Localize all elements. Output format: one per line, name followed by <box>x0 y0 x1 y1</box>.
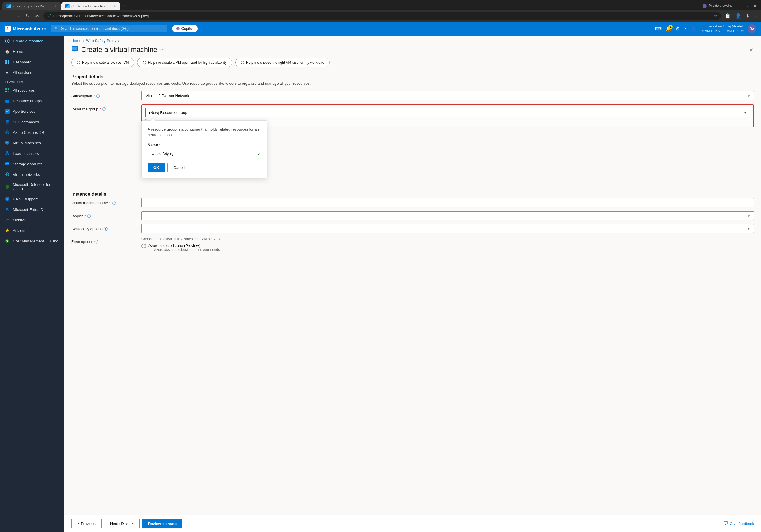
popup-description: A resource group is a container that hol… <box>147 127 261 138</box>
menu-icon[interactable]: ≡ <box>753 12 758 20</box>
azure-selected-zone-option[interactable]: Azure-selected zone (Preview) Let Azure … <box>142 243 754 252</box>
minimize-button[interactable]: ─ <box>733 4 741 9</box>
quick-action-low-cost[interactable]: ⬡ Help me create a low cost VM <box>71 58 134 67</box>
cosmos-db-label: Azure Cosmos DB <box>13 130 44 135</box>
sidebar-item-help-support[interactable]: ? Help + support <box>0 194 64 204</box>
new-tab-button[interactable]: + <box>120 2 128 10</box>
sidebar-item-monitor[interactable]: Monitor <box>0 215 64 225</box>
maximize-button[interactable]: ▭ <box>742 4 750 9</box>
zone-options-label-text: Zone options ⓘ <box>71 237 142 244</box>
tab-close-1[interactable]: × <box>55 4 57 8</box>
svg-rect-23 <box>5 162 9 165</box>
popup-ok-button[interactable]: OK <box>147 163 165 172</box>
previous-button[interactable]: < Previous <box>71 519 102 528</box>
zone-options-info-icon[interactable]: ⓘ <box>94 239 98 244</box>
cost-management-icon: $ <box>5 239 10 244</box>
svg-point-32 <box>6 208 8 209</box>
close-button[interactable]: × <box>748 45 754 54</box>
azure-search-bar[interactable]: 🔍 Search resources, services, and docs (… <box>51 25 167 32</box>
tab-title-1: Resource groups - Microsoft Az... <box>12 4 52 8</box>
notifications-button[interactable]: 🔔 1 <box>666 26 672 31</box>
browser-tab-2[interactable]: Create a virtual machine - Micr... × <box>61 2 120 10</box>
sidebar-item-app-services[interactable]: App Services <box>0 106 64 117</box>
settings-button[interactable]: ⚙ <box>676 26 680 31</box>
reading-list-icon[interactable]: 📋 <box>724 12 732 20</box>
svg-rect-1 <box>5 60 7 62</box>
availability-options-label-text: Availability options ⓘ <box>71 224 142 232</box>
browser-tab-1[interactable]: Resource groups - Microsoft Az... × <box>2 2 61 10</box>
download-icon[interactable]: ⬇ <box>745 12 751 20</box>
sidebar-item-all-resources[interactable]: All resources <box>0 85 64 95</box>
user-info[interactable]: rafael.akchurin@diladel... DILADELE B.V.… <box>700 24 756 33</box>
sidebar-item-sql-databases[interactable]: SQL databases <box>0 117 64 127</box>
subscription-info-icon[interactable]: ⓘ <box>96 93 100 99</box>
account-icon[interactable]: 👤 <box>734 12 742 20</box>
quick-action-vm-size[interactable]: ⬡ Help me choose the right VM size for m… <box>235 58 330 67</box>
ai-icon-1: ⬡ <box>77 60 80 65</box>
availability-options-info-icon[interactable]: ⓘ <box>104 226 107 232</box>
address-bar[interactable]: 🛡 https://portal.azure.com/#create/dilad… <box>43 12 721 20</box>
resource-group-info-icon[interactable]: ⓘ <box>102 107 106 112</box>
bottom-toolbar: < Previous Next : Disks > Review + creat… <box>64 515 761 532</box>
sidebar-item-defender[interactable]: Microsoft Defender for Cloud <box>0 180 64 194</box>
extensions-button[interactable]: ✂ <box>33 12 41 20</box>
copilot-button[interactable]: Copilot <box>172 25 198 32</box>
page-title-more[interactable]: ··· <box>160 46 164 53</box>
sidebar-item-resource-groups[interactable]: Resource groups <box>0 95 64 106</box>
availability-options-select[interactable]: ∨ <box>142 224 754 233</box>
help-button[interactable]: ? <box>684 26 686 31</box>
review-create-button[interactable]: Review + create <box>142 519 182 528</box>
svg-rect-20 <box>6 151 8 152</box>
region-info-icon[interactable]: ⓘ <box>87 214 91 219</box>
cosmos-db-icon <box>5 130 10 135</box>
breadcrumb-home[interactable]: Home <box>71 38 82 43</box>
refresh-button[interactable]: ↻ <box>24 12 31 20</box>
sidebar-item-create[interactable]: Create a resource <box>0 36 64 46</box>
sidebar-item-virtual-networks[interactable]: Virtual networks <box>0 169 64 180</box>
bookmark-icon[interactable]: ☆ <box>714 14 717 18</box>
sidebar-item-advisor[interactable]: Advisor <box>0 225 64 236</box>
forward-button[interactable]: → <box>14 12 22 20</box>
breadcrumb-parent[interactable]: Web Safety Proxy <box>86 38 116 43</box>
terminal-icon-button[interactable]: ⌨ <box>655 26 662 31</box>
sidebar-item-storage-accounts[interactable]: Storage accounts <box>0 159 64 169</box>
sidebar-item-home[interactable]: 🏠 Home <box>0 46 64 57</box>
sidebar-item-all-services[interactable]: ≡ All services <box>0 67 64 78</box>
sidebar-item-load-balancers[interactable]: Load balancers <box>0 148 64 159</box>
back-button[interactable]: ← <box>3 12 11 20</box>
sidebar-item-virtual-machines[interactable]: Virtual machines <box>0 137 64 148</box>
popup-cancel-button[interactable]: Cancel <box>167 163 192 172</box>
resource-group-select[interactable]: (New) Resource group ∨ <box>145 108 750 118</box>
feedback-link[interactable]: Give feedback <box>723 521 754 526</box>
vm-name-row: Virtual machine name * ⓘ <box>71 198 754 207</box>
svg-point-26 <box>7 163 7 163</box>
next-button[interactable]: Next : Disks > <box>104 519 140 528</box>
entra-id-icon <box>5 207 10 212</box>
sidebar-item-cost-management[interactable]: $ Cost Management + Billing <box>0 236 64 246</box>
region-select[interactable]: ∨ <box>142 211 754 220</box>
all-services-label: All services <box>13 71 32 75</box>
sidebar-item-dashboard[interactable]: Dashboard <box>0 57 64 67</box>
user-avatar[interactable]: RA <box>747 24 756 33</box>
subscription-control: Microsoft Partner Network ∨ <box>142 91 754 100</box>
svg-rect-3 <box>5 62 7 64</box>
home-icon: 🏠 <box>5 49 10 54</box>
svg-rect-6 <box>8 88 9 90</box>
zone-options-row: Zone options ⓘ Choose up to 3 availabili… <box>71 237 754 254</box>
quick-action-high-availability[interactable]: ⬡ Help me create a VM optimized for high… <box>137 58 232 67</box>
subscription-select[interactable]: Microsoft Partner Network ∨ <box>142 91 754 100</box>
feedback-icon-button[interactable]: 👤 <box>691 26 696 31</box>
virtual-networks-label: Virtual networks <box>13 172 40 177</box>
svg-rect-4 <box>8 62 9 64</box>
azure-selected-zone-radio[interactable] <box>142 244 146 248</box>
vm-name-info-icon[interactable]: ⓘ <box>112 200 116 206</box>
sql-databases-icon <box>5 119 10 125</box>
favorites-section-label: FAVORITES <box>0 78 64 85</box>
vm-name-input[interactable] <box>142 198 754 207</box>
all-resources-icon <box>5 88 10 93</box>
close-window-button[interactable]: ✕ <box>751 4 759 9</box>
tab-close-2[interactable]: × <box>114 4 116 8</box>
sidebar-item-entra-id[interactable]: Microsoft Entra ID <box>0 204 64 215</box>
resource-group-name-input[interactable] <box>147 149 256 158</box>
sidebar-item-cosmos-db[interactable]: Azure Cosmos DB <box>0 127 64 137</box>
